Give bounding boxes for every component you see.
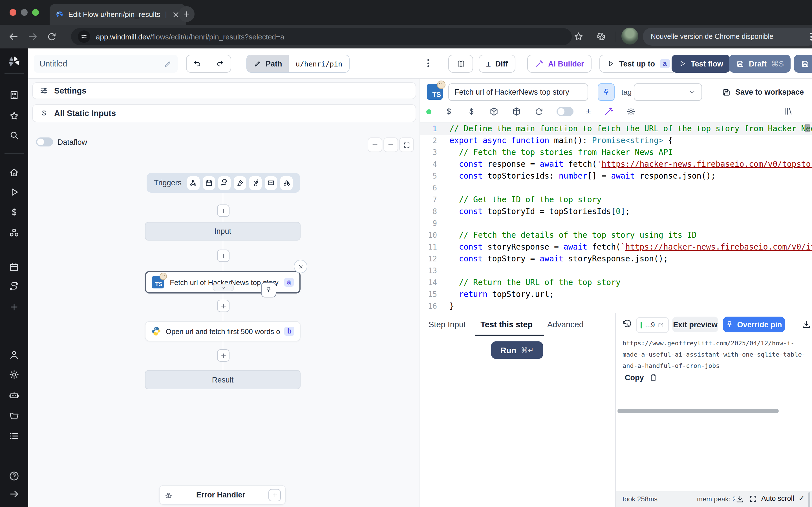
editor-settings-button[interactable] — [626, 107, 636, 117]
sidebar-item-variables[interactable] — [8, 207, 20, 218]
sidebar-item-runs[interactable] — [8, 186, 20, 198]
download-result-button[interactable] — [801, 320, 811, 330]
package-button[interactable] — [511, 107, 522, 117]
websocket-trigger-button[interactable] — [234, 176, 246, 189]
flow-settings-row[interactable]: Settings — [32, 82, 416, 99]
extensions-icon[interactable] — [596, 31, 607, 42]
editor-toggle[interactable] — [557, 107, 573, 116]
sidebar-item-users[interactable] — [8, 349, 20, 360]
back-button[interactable] — [8, 31, 19, 42]
diff-icon[interactable]: ± — [586, 107, 591, 117]
ai-builder-button[interactable]: AI Builder — [527, 55, 592, 73]
window-zoom-button[interactable] — [32, 9, 39, 16]
horizontal-scrollbar[interactable] — [617, 409, 779, 413]
reload-button[interactable] — [46, 31, 57, 42]
window-close-button[interactable] — [10, 9, 16, 16]
windmill-logo[interactable] — [7, 55, 21, 69]
webhook-trigger-button[interactable] — [187, 176, 199, 189]
result-node[interactable]: Result — [145, 370, 301, 389]
email-trigger-button[interactable] — [265, 176, 277, 189]
ai-assist-button[interactable] — [603, 107, 613, 117]
sidebar-item-audit-logs[interactable] — [8, 431, 20, 442]
step-title-input[interactable]: Fetch url of HackerNews top story — [448, 83, 588, 101]
add-step-button[interactable] — [217, 349, 230, 362]
sidebar-item-create[interactable] — [8, 301, 20, 313]
collapse-step-button[interactable] — [213, 284, 234, 291]
error-handler-node[interactable]: Error Handler — [159, 485, 286, 505]
override-pin-button[interactable]: Override pin — [723, 317, 785, 332]
sidebar-item-schedules[interactable] — [8, 262, 20, 273]
sidebar-item-search[interactable] — [8, 129, 20, 141]
poll-trigger-button[interactable] — [281, 176, 293, 189]
test-flow-button[interactable]: Test flow — [672, 55, 730, 73]
sidebar-item-workers[interactable] — [8, 390, 20, 401]
route-trigger-button[interactable] — [218, 176, 231, 189]
tab-test-this-step[interactable]: Test this step — [480, 320, 532, 329]
copy-result-button[interactable]: Copy — [625, 374, 658, 382]
editor-scrollbar-thumb[interactable] — [805, 124, 810, 132]
add-variable-button[interactable] — [444, 107, 454, 117]
input-node[interactable]: Input — [145, 222, 301, 240]
sidebar-item-flows[interactable] — [8, 281, 20, 292]
add-resource-button[interactable] — [466, 107, 476, 117]
bookmark-star-icon[interactable] — [573, 31, 584, 42]
add-error-handler-button[interactable] — [268, 489, 281, 501]
code-editor[interactable]: 1// Define the main function to fetch th… — [420, 122, 812, 313]
forward-button[interactable] — [27, 31, 38, 42]
library-button[interactable] — [784, 107, 794, 116]
deploy-button[interactable]: Deploy — [794, 55, 812, 73]
tag-select[interactable] — [634, 83, 702, 101]
more-menu-button[interactable] — [427, 59, 429, 67]
chrome-update-chip[interactable]: Nouvelle version de Chrome disponible — [643, 27, 812, 46]
kafka-trigger-button[interactable] — [250, 176, 262, 189]
all-static-inputs-row[interactable]: All Static Inputs — [32, 104, 416, 122]
vertical-scrollbar[interactable] — [808, 492, 810, 507]
triggers-node[interactable]: Triggers — [147, 173, 300, 193]
chrome-menu-icon[interactable] — [810, 33, 812, 41]
redo-button[interactable] — [208, 55, 231, 72]
profile-avatar[interactable] — [621, 27, 638, 45]
add-step-button[interactable] — [217, 300, 230, 312]
sidebar-item-favorites[interactable] — [8, 110, 20, 122]
sidebar-item-home[interactable] — [8, 167, 20, 178]
browser-tab[interactable]: Edit Flow u/henri/pin_results | — [50, 4, 186, 25]
sidebar-item-folders[interactable] — [8, 410, 20, 421]
new-tab-button[interactable] — [179, 6, 195, 22]
tab-step-input[interactable]: Step Input — [428, 320, 466, 329]
diff-button[interactable]: ± Diff — [479, 55, 515, 73]
add-step-button[interactable] — [217, 205, 230, 217]
flow-name-input[interactable]: Untitled — [34, 55, 177, 73]
sidebar-item-resources[interactable] — [8, 228, 20, 239]
save-to-workspace-button[interactable]: Save to workspace — [722, 83, 804, 101]
zoom-in-button[interactable] — [368, 137, 382, 152]
address-bar[interactable]: app.windmill.dev/flows/edit/u/henri/pin_… — [71, 28, 572, 45]
reset-button[interactable] — [534, 107, 544, 117]
package-button[interactable] — [489, 107, 499, 117]
pin-button-active[interactable] — [598, 83, 615, 101]
delete-step-button[interactable] — [294, 260, 307, 273]
site-settings-icon[interactable] — [78, 31, 90, 43]
schedule-trigger-button[interactable] — [203, 176, 215, 189]
pinned-step-badge[interactable] — [261, 282, 276, 297]
step-b-node[interactable]: Open url and fetch first 500 words of ..… — [145, 321, 301, 341]
auto-scroll-check[interactable]: ✓ — [799, 494, 805, 503]
path-button[interactable]: Path u/henri/pin — [246, 55, 350, 73]
zoom-out-button[interactable] — [384, 137, 398, 152]
download-logs-button[interactable] — [735, 495, 744, 504]
docs-button[interactable] — [448, 55, 473, 73]
sidebar-item-workspace[interactable] — [8, 90, 20, 101]
sidebar-item-settings[interactable] — [8, 369, 20, 380]
test-up-to-button[interactable]: Test up to a — [599, 55, 677, 73]
exit-preview-button[interactable]: Exit preview — [672, 317, 718, 332]
dataflow-toggle[interactable] — [36, 137, 53, 147]
draft-button[interactable]: Draft ⌘S — [729, 55, 791, 73]
add-step-button[interactable] — [217, 249, 230, 262]
fit-view-button[interactable] — [399, 137, 414, 152]
run-button[interactable]: Run ⌘↵ — [491, 341, 543, 359]
sidebar-expand-button[interactable] — [8, 489, 20, 500]
job-link-badge[interactable]: ...9 — [636, 317, 669, 333]
window-minimize-button[interactable] — [21, 9, 28, 16]
sidebar-item-help[interactable] — [8, 470, 20, 482]
history-button[interactable] — [622, 320, 632, 330]
undo-button[interactable] — [187, 55, 208, 72]
